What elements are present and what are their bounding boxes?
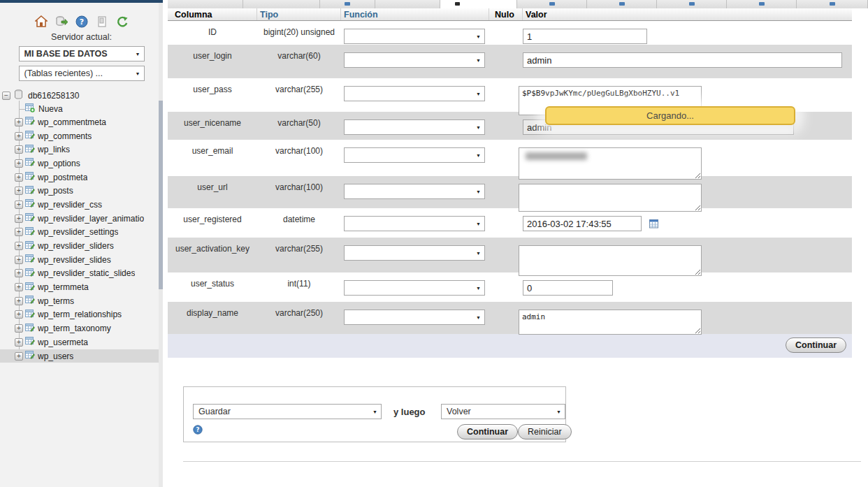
column-type: varchar(100) xyxy=(257,176,341,192)
expand-icon[interactable]: + xyxy=(15,324,23,333)
tab-4[interactable] xyxy=(375,0,440,8)
sidebar-toolbar: ? xyxy=(0,3,163,31)
tab-10[interactable] xyxy=(797,0,868,8)
column-name: user_email xyxy=(168,140,257,156)
function-select-ID[interactable]: ▼ xyxy=(344,29,485,44)
sidebar-table-wp_links[interactable]: + wp_links xyxy=(0,143,163,157)
expand-icon[interactable]: + xyxy=(15,297,23,305)
tab-3[interactable] xyxy=(320,0,375,8)
sidebar-table-wp_termmeta[interactable]: + wp_termmeta xyxy=(0,280,163,294)
calendar-icon[interactable] xyxy=(649,219,659,228)
chevron-down-icon: ▼ xyxy=(476,34,481,39)
svg-text:?: ? xyxy=(196,426,200,433)
expand-icon[interactable]: + xyxy=(15,215,23,223)
table-icon xyxy=(25,171,35,183)
sidebar-table-wp_options[interactable]: + wp_options xyxy=(0,157,163,170)
expand-icon[interactable]: + xyxy=(15,201,23,209)
tab-icon xyxy=(455,2,460,6)
function-select-user_email[interactable]: ▼ xyxy=(344,147,485,163)
expand-icon[interactable]: + xyxy=(15,118,23,126)
header-columna: Columna xyxy=(168,8,257,20)
table-icon xyxy=(25,198,35,210)
new-table-icon xyxy=(25,103,35,115)
sidebar-table-wp_posts[interactable]: + wp_posts xyxy=(0,184,163,198)
save-action-select[interactable]: Guardar ▼ xyxy=(193,404,382,419)
tab-9[interactable] xyxy=(727,0,797,8)
tab-icon xyxy=(689,2,695,6)
expand-icon[interactable]: + xyxy=(15,310,23,319)
expand-icon[interactable]: + xyxy=(15,173,23,182)
tree-database-node[interactable]: − db616258130 xyxy=(0,89,163,102)
function-select-display_name[interactable]: ▼ xyxy=(344,310,485,325)
expand-icon[interactable]: + xyxy=(15,269,23,277)
collapse-icon[interactable]: − xyxy=(2,92,10,100)
expand-icon[interactable]: + xyxy=(15,338,23,347)
tab-1[interactable] xyxy=(168,0,243,8)
function-select-user_url[interactable]: ▼ xyxy=(344,184,485,199)
value-textarea-user_activation_key[interactable] xyxy=(519,245,702,276)
tree-new-table[interactable]: Nueva xyxy=(0,102,163,115)
sidebar-table-wp_commentmeta[interactable]: + wp_commentmeta xyxy=(0,115,163,129)
sidebar-table-wp_revslider_sliders[interactable]: + wp_revslider_sliders xyxy=(0,239,163,253)
value-input-ID[interactable] xyxy=(523,29,647,44)
sidebar-table-wp_users[interactable]: + wp_users xyxy=(0,349,159,363)
value-input-user_login[interactable] xyxy=(523,52,842,68)
sidebar-table-wp_terms[interactable]: + wp_terms xyxy=(0,294,163,308)
expand-icon[interactable]: + xyxy=(15,283,23,291)
help-icon[interactable]: ? xyxy=(75,15,88,28)
tab-2[interactable] xyxy=(243,0,320,8)
expand-icon[interactable]: + xyxy=(15,187,23,195)
home-icon[interactable] xyxy=(35,15,48,28)
and-then-label: y luego xyxy=(393,407,426,417)
function-select-user_nicename[interactable]: ▼ xyxy=(344,119,485,135)
function-select-user_activation_key[interactable]: ▼ xyxy=(344,245,485,261)
reset-button[interactable]: Reiniciar xyxy=(518,424,572,439)
value-input-user_registered[interactable] xyxy=(523,216,642,231)
recent-tables-select[interactable]: (Tablas recientes) ... ▼ xyxy=(19,66,145,81)
sidebar-table-wp_revslider_css[interactable]: + wp_revslider_css xyxy=(0,198,163,212)
expand-icon[interactable]: + xyxy=(15,228,23,236)
docs-icon[interactable] xyxy=(96,15,108,28)
chevron-down-icon: ▼ xyxy=(476,315,481,320)
sidebar-table-wp_postmeta[interactable]: + wp_postmeta xyxy=(0,170,163,184)
tab-6[interactable] xyxy=(517,0,587,8)
after-action-select[interactable]: Volver ▼ xyxy=(441,404,565,419)
continue-button-top[interactable]: Continuar xyxy=(786,337,846,353)
database-select[interactable]: MI BASE DE DATOS ▼ xyxy=(19,46,145,61)
column-name: user_url xyxy=(168,176,257,192)
function-select-user_registered[interactable]: ▼ xyxy=(344,216,485,231)
header-tipo[interactable]: Tipo xyxy=(257,8,341,20)
sidebar-table-wp_revslider_settings[interactable]: + wp_revslider_settings xyxy=(0,226,163,240)
function-select-user_pass[interactable]: ▼ xyxy=(344,86,485,101)
expand-icon[interactable]: + xyxy=(15,159,23,168)
table-icon xyxy=(25,295,35,307)
value-input-user_status[interactable] xyxy=(523,280,613,296)
tab-8[interactable] xyxy=(657,0,727,8)
help-icon[interactable]: ? xyxy=(193,425,203,435)
reload-icon[interactable] xyxy=(116,15,129,28)
expand-icon[interactable]: + xyxy=(15,256,23,264)
expand-icon[interactable]: + xyxy=(15,132,23,140)
expand-icon[interactable]: + xyxy=(15,242,23,250)
value-textarea-user_url[interactable] xyxy=(519,184,702,212)
function-select-user_login[interactable]: ▼ xyxy=(344,52,485,68)
value-textarea-display_name[interactable] xyxy=(519,310,702,335)
expand-icon[interactable]: + xyxy=(15,145,23,154)
sidebar-table-wp_comments[interactable]: + wp_comments xyxy=(0,129,163,143)
logout-icon[interactable] xyxy=(55,15,68,28)
sidebar-table-wp_revslider_static_slides[interactable]: + wp_revslider_static_slides xyxy=(0,267,163,281)
sidebar-table-wp_term_relationships[interactable]: + wp_term_relationships xyxy=(0,308,163,322)
sidebar-table-wp_term_taxonomy[interactable]: + wp_term_taxonomy xyxy=(0,321,163,335)
expand-icon[interactable]: + xyxy=(15,352,23,361)
function-select-user_status[interactable]: ▼ xyxy=(344,280,485,296)
sidebar-table-wp_usermeta[interactable]: + wp_usermeta xyxy=(0,335,163,349)
header-funcion[interactable]: Función xyxy=(341,8,489,20)
sidebar-table-wp_revslider_slides[interactable]: + wp_revslider_slides xyxy=(0,253,163,267)
form-row-user_activation_key: user_activation_key varchar(255) ▼ xyxy=(168,238,852,272)
null-cell xyxy=(489,140,523,144)
sidebar-table-wp_revslider_layer_animatio[interactable]: + wp_revslider_layer_animatio xyxy=(0,212,163,226)
form-row-user_email: user_email varchar(100) ▼ xyxy=(168,140,852,176)
continue-button[interactable]: Continuar xyxy=(457,424,518,439)
tab-active[interactable] xyxy=(440,0,517,8)
tab-7[interactable] xyxy=(587,0,657,8)
